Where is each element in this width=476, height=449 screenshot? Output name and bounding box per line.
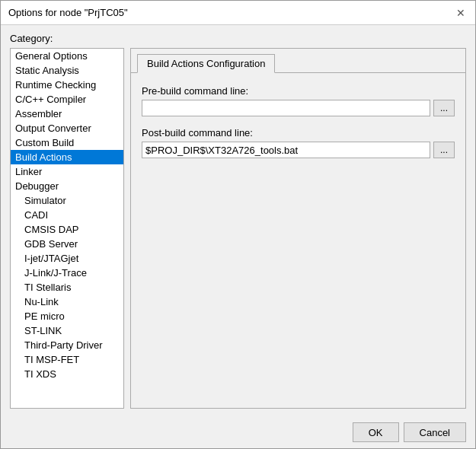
category-item-custom-build[interactable]: Custom Build (11, 135, 123, 150)
category-item-cpp-compiler[interactable]: C/C++ Compiler (11, 92, 123, 107)
category-item-linker[interactable]: Linker (11, 164, 123, 179)
category-item-static-analysis[interactable]: Static Analysis (11, 63, 123, 78)
cancel-button[interactable]: Cancel (404, 422, 466, 442)
ok-button[interactable]: OK (353, 422, 399, 442)
pre-build-browse-button[interactable]: ... (433, 100, 455, 116)
category-item-nu-link[interactable]: Nu-Link (11, 295, 123, 309)
main-panel: Build Actions Configuration Pre-build co… (130, 48, 466, 409)
dialog-footer: OK Cancel (1, 416, 475, 448)
category-item-pe-micro[interactable]: PE micro (11, 309, 123, 323)
panel-content: Pre-build command line: ... Post-build c… (131, 73, 465, 408)
pre-build-label: Pre-build command line: (142, 85, 455, 97)
category-item-ti-stellaris[interactable]: TI Stellaris (11, 280, 123, 295)
category-list: General OptionsStatic AnalysisRuntime Ch… (10, 48, 124, 409)
category-item-build-actions[interactable]: Build Actions (11, 150, 123, 164)
post-build-input[interactable] (142, 142, 430, 158)
category-item-j-link-j-trace[interactable]: J-Link/J-Trace (11, 266, 123, 280)
category-item-ti-xds[interactable]: TI XDS (11, 367, 123, 381)
category-item-cmsis-dap[interactable]: CMSIS DAP (11, 222, 123, 237)
title-bar: Options for node "PrjTC05" ✕ (1, 1, 475, 25)
category-item-cadi[interactable]: CADI (11, 208, 123, 222)
pre-build-group: Pre-build command line: ... (142, 85, 455, 116)
category-item-output-converter[interactable]: Output Converter (11, 121, 123, 135)
post-build-label: Post-build command line: (142, 127, 455, 139)
category-item-simulator[interactable]: Simulator (11, 193, 123, 208)
category-item-debugger[interactable]: Debugger (11, 179, 123, 193)
dialog-title: Options for node "PrjTC05" (8, 7, 128, 18)
category-item-st-link[interactable]: ST-LINK (11, 323, 123, 338)
category-item-runtime-checking[interactable]: Runtime Checking (11, 78, 123, 92)
build-actions-tab[interactable]: Build Actions Configuration (137, 54, 275, 73)
category-item-ti-msp-fet[interactable]: TI MSP-FET (11, 352, 123, 367)
tab-bar: Build Actions Configuration (131, 49, 465, 73)
post-build-browse-button[interactable]: ... (433, 142, 455, 158)
content-area: General OptionsStatic AnalysisRuntime Ch… (10, 48, 466, 409)
pre-build-input-row: ... (142, 100, 455, 116)
post-build-input-row: ... (142, 142, 455, 158)
post-build-group: Post-build command line: ... (142, 127, 455, 158)
close-button[interactable]: ✕ (454, 6, 468, 20)
category-item-i-jet-jtagjet[interactable]: I-jet/JTAGjet (11, 251, 123, 266)
category-item-general-options[interactable]: General Options (11, 49, 123, 63)
pre-build-input[interactable] (142, 100, 430, 116)
category-label: Category: (10, 33, 466, 44)
category-item-third-party-driver[interactable]: Third-Party Driver (11, 338, 123, 352)
category-item-assembler[interactable]: Assembler (11, 107, 123, 121)
category-item-gdb-server[interactable]: GDB Server (11, 237, 123, 251)
options-dialog: Options for node "PrjTC05" ✕ Category: G… (0, 0, 476, 449)
dialog-body: Category: General OptionsStatic Analysis… (1, 25, 475, 416)
